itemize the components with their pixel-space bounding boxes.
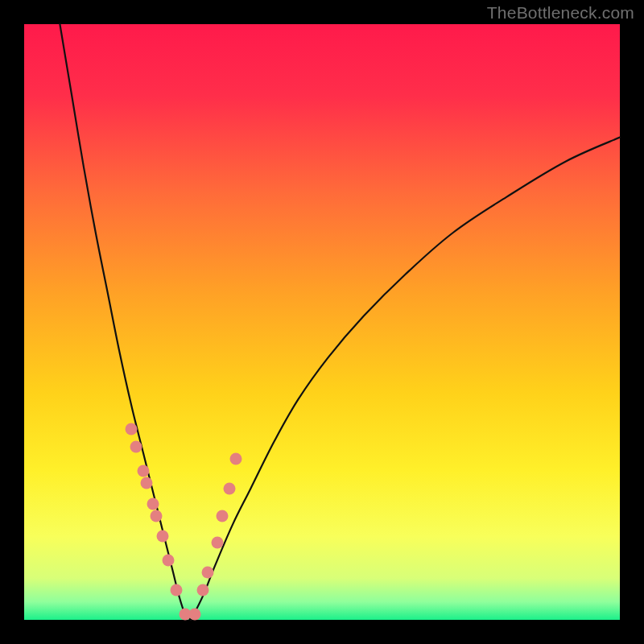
- watermark-text: TheBottleneck.com: [487, 3, 634, 23]
- sample-dot: [223, 483, 235, 495]
- sample-dot: [201, 566, 213, 578]
- sample-dot: [171, 584, 183, 597]
- sample-dot: [141, 477, 153, 489]
- sample-dot: [147, 497, 159, 510]
- sample-dot: [130, 441, 142, 453]
- chart-stage: TheBottleneck.com: [0, 0, 644, 644]
- sample-dot: [163, 555, 175, 567]
- sample-dot: [230, 453, 242, 465]
- sample-dot: [126, 423, 138, 436]
- sample-dot: [151, 510, 163, 522]
- sample-dot: [156, 530, 168, 543]
- curve-left-branch: [60, 24, 191, 620]
- sample-dot: [138, 465, 150, 477]
- sample-dot: [197, 584, 209, 597]
- sample-dot: [216, 510, 228, 522]
- curve-layer: [0, 0, 644, 644]
- sample-dot: [211, 536, 223, 548]
- curve-right-branch: [191, 138, 620, 620]
- sample-dot: [188, 608, 200, 620]
